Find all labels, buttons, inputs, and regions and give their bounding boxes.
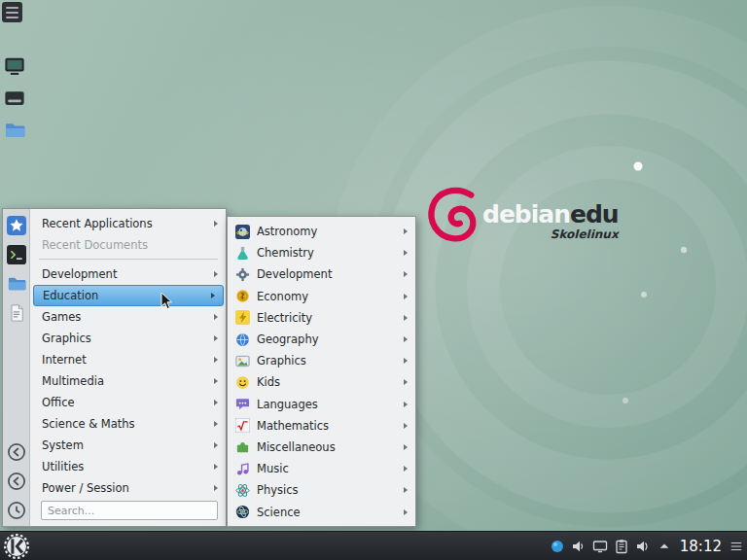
menu-item-graphics[interactable]: Graphics	[31, 328, 226, 349]
science-icon	[234, 505, 250, 520]
kids-icon	[234, 374, 250, 390]
menu-item-label: Graphics	[42, 332, 210, 345]
submenu-arrow-icon	[214, 221, 218, 227]
submenu-arrow-icon	[211, 293, 215, 298]
folder-icon[interactable]	[6, 273, 26, 294]
menu-item-label: Power / Session	[42, 481, 210, 495]
submenu-item-label: Kids	[257, 375, 400, 389]
logo-wordmark: debianedu	[482, 202, 619, 227]
submenu-item-economy[interactable]: Economy	[228, 286, 415, 307]
submenu-arrow-icon	[404, 250, 408, 256]
submenu-item-music[interactable]: Music	[228, 458, 415, 479]
debian-edu-logo: debianedu Skolelinux	[424, 181, 619, 245]
clipboard-icon[interactable]	[613, 536, 631, 557]
submenu-item-electricity[interactable]: Electricity	[228, 307, 415, 329]
submenu-item-science[interactable]: Science	[228, 501, 415, 522]
astronomy-icon	[234, 224, 250, 239]
submenu-arrow-icon	[404, 466, 408, 472]
submenu-item-astronomy[interactable]: Astronomy	[228, 221, 415, 242]
submenu-item-kids[interactable]: Kids	[228, 371, 415, 393]
document-icon[interactable]	[6, 302, 26, 323]
submenu-arrow-icon	[214, 378, 218, 384]
submenu-item-development[interactable]: Development	[228, 263, 415, 285]
menu-item-science-maths[interactable]: Science & Maths	[31, 413, 226, 435]
menu-item-recent-applications[interactable]: Recent Applications	[31, 213, 226, 234]
menu-item-recent-documents[interactable]: Recent Documents	[31, 234, 226, 256]
submenu-arrow-icon	[404, 444, 408, 450]
audio-icon[interactable]	[634, 536, 653, 557]
submenu-item-label: Astronomy	[257, 225, 400, 238]
drive-icon[interactable]	[3, 87, 26, 110]
menu-separator	[39, 259, 218, 260]
submenu-arrow-icon	[214, 400, 218, 405]
kde-logo-icon[interactable]	[3, 533, 29, 559]
menu-item-education[interactable]: Education	[33, 285, 224, 306]
submenu-arrow-icon	[214, 464, 218, 470]
submenu-arrow-icon	[404, 379, 408, 385]
volume-icon[interactable]	[570, 536, 588, 557]
submenu-arrow-icon	[404, 294, 408, 299]
expand-tray-icon[interactable]	[656, 536, 674, 557]
favorite-app-icon[interactable]	[6, 215, 26, 235]
submenu-arrow-icon	[404, 509, 408, 515]
menu-item-office[interactable]: Office	[31, 392, 226, 413]
submenu-arrow-icon	[404, 487, 408, 493]
submenu-item-miscellaneous[interactable]: Miscellaneous	[228, 437, 415, 458]
submenu-arrow-icon	[214, 421, 218, 427]
history-clock-icon[interactable]	[6, 500, 26, 520]
submenu-item-label: Graphics	[257, 354, 400, 368]
menu-item-games[interactable]: Games	[31, 306, 226, 328]
submenu-arrow-icon	[214, 485, 218, 491]
menu-item-label: Science & Maths	[42, 417, 210, 431]
search-input[interactable]	[41, 501, 218, 520]
menu-item-label: Internet	[42, 353, 210, 367]
debian-swirl-icon	[424, 183, 480, 245]
geography-icon	[234, 332, 250, 347]
graphics-icon	[234, 353, 250, 368]
chemistry-icon	[234, 245, 250, 261]
submenu-item-label: Mathematics	[257, 419, 400, 433]
submenu-arrow-icon	[214, 271, 218, 277]
mathematics-icon	[234, 418, 250, 434]
menu-item-label: Games	[42, 310, 210, 324]
submenu-item-mathematics[interactable]: Mathematics	[228, 415, 415, 437]
education-submenu: Astronomy Chemistry Development Economy …	[227, 216, 416, 527]
panel-toolbox-icon[interactable]	[729, 536, 744, 557]
back-icon[interactable]	[6, 441, 26, 462]
search-container	[41, 500, 218, 521]
submenu-item-physics[interactable]: Physics	[228, 479, 415, 501]
submenu-item-label: Electricity	[257, 311, 400, 325]
submenu-item-label: Music	[257, 462, 400, 475]
hamburger-menu-icon[interactable]	[2, 2, 22, 22]
menu-item-internet[interactable]: Internet	[31, 349, 226, 370]
display-icon[interactable]	[3, 54, 26, 78]
menu-item-label: Development	[42, 267, 210, 281]
development-icon	[234, 266, 250, 282]
network-icon[interactable]	[549, 536, 567, 557]
submenu-arrow-icon	[404, 423, 408, 429]
taskbar-clock[interactable]: 18:12	[680, 538, 722, 555]
menu-item-label: Office	[42, 396, 210, 409]
menu-item-system[interactable]: System	[31, 435, 226, 456]
menu-item-label: Recent Applications	[42, 217, 210, 230]
taskbar: 18:12	[0, 531, 747, 560]
menu-item-utilities[interactable]: Utilities	[31, 456, 226, 477]
menu-item-development[interactable]: Development	[31, 263, 226, 285]
submenu-item-languages[interactable]: Languages	[228, 394, 415, 415]
desktop: debianedu Skolelinux	[0, 0, 747, 560]
submenu-arrow-icon	[404, 315, 408, 321]
menu-item-power-session[interactable]: Power / Session	[31, 477, 226, 499]
submenu-item-graphics[interactable]: Graphics	[228, 350, 415, 371]
terminal-icon[interactable]	[6, 244, 26, 264]
display-icon[interactable]	[591, 536, 610, 557]
submenu-item-label: Physics	[257, 483, 400, 497]
launcher-main-list: Recent Applications Recent Documents Dev…	[31, 209, 226, 526]
back-icon[interactable]	[6, 471, 26, 491]
menu-item-multimedia[interactable]: Multimedia	[31, 370, 226, 392]
submenu-item-label: Development	[257, 267, 400, 281]
submenu-item-geography[interactable]: Geography	[228, 329, 415, 350]
menu-item-label: Utilities	[42, 460, 210, 473]
submenu-item-chemistry[interactable]: Chemistry	[228, 242, 415, 263]
application-launcher-menu: Recent Applications Recent Documents Dev…	[2, 208, 227, 527]
folder-icon[interactable]	[3, 119, 26, 142]
